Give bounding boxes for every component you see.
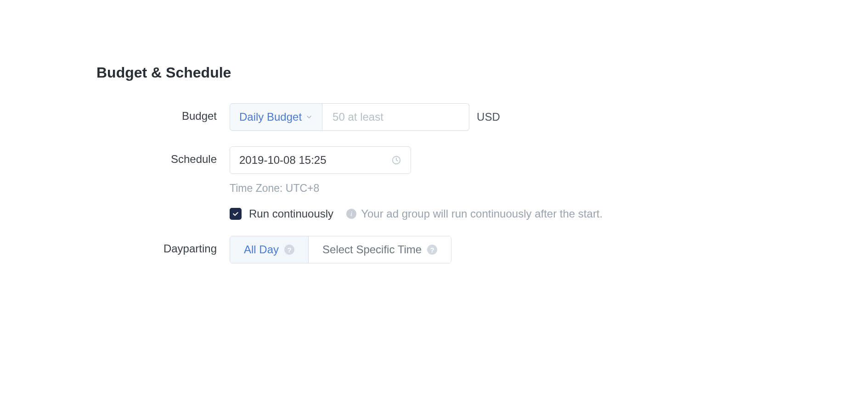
schedule-row: Schedule 2019-10-08 15:25 Time Zone: UTC… bbox=[96, 146, 868, 220]
run-continuously-label: Run continuously bbox=[249, 207, 333, 220]
dayparting-option-label: Select Specific Time bbox=[322, 243, 422, 256]
run-continuously-info: Your ad group will run continuously afte… bbox=[361, 207, 603, 220]
help-icon: ? bbox=[427, 245, 437, 255]
schedule-date-input[interactable]: 2019-10-08 15:25 bbox=[230, 146, 411, 174]
dayparting-label: Dayparting bbox=[96, 236, 230, 255]
schedule-date-value: 2019-10-08 15:25 bbox=[239, 154, 327, 167]
chevron-down-icon bbox=[305, 113, 313, 121]
clock-icon bbox=[391, 155, 401, 165]
info-icon: i bbox=[346, 209, 356, 219]
budget-label: Budget bbox=[96, 103, 230, 123]
budget-row: Budget Daily Budget USD bbox=[96, 103, 868, 131]
dayparting-option-specific-time[interactable]: Select Specific Time ? bbox=[308, 236, 451, 263]
dayparting-option-all-day[interactable]: All Day ? bbox=[230, 236, 308, 263]
section-title: Budget & Schedule bbox=[96, 64, 868, 81]
budget-currency: USD bbox=[477, 111, 500, 123]
timezone-hint: Time Zone: UTC+8 bbox=[230, 182, 603, 195]
dayparting-option-label: All Day bbox=[244, 243, 279, 256]
budget-type-select[interactable]: Daily Budget bbox=[230, 103, 322, 131]
help-icon: ? bbox=[284, 245, 294, 255]
dayparting-segmented: All Day ? Select Specific Time ? bbox=[230, 236, 451, 263]
dayparting-row: Dayparting All Day ? Select Specific Tim… bbox=[96, 236, 868, 263]
budget-schedule-section: Budget & Schedule Budget Daily Budget US… bbox=[96, 64, 868, 263]
run-continuously-checkbox[interactable] bbox=[230, 208, 242, 220]
budget-type-value: Daily Budget bbox=[239, 111, 302, 123]
budget-amount-input[interactable] bbox=[322, 103, 469, 131]
schedule-label: Schedule bbox=[96, 146, 230, 166]
